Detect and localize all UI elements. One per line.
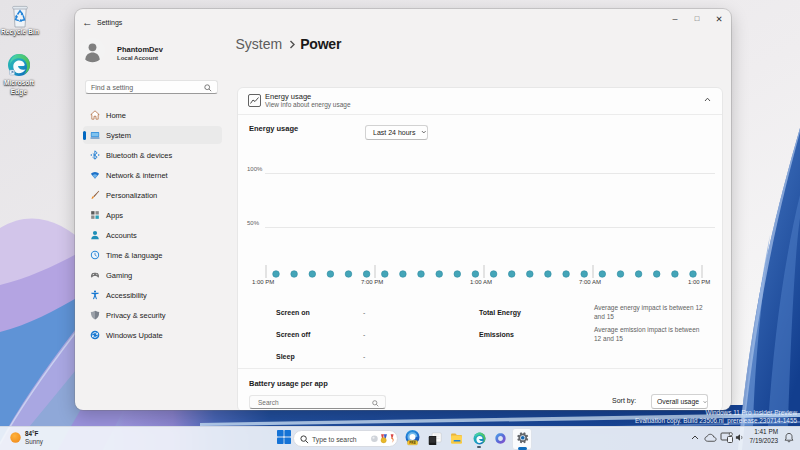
svg-text:PRE: PRE (409, 441, 416, 445)
